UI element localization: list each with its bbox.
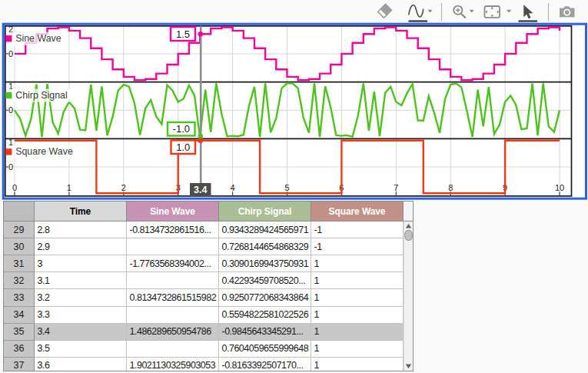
svg-text:4: 4 xyxy=(231,183,235,192)
svg-text:-1.0: -1.0 xyxy=(173,123,190,135)
svg-text:0: 0 xyxy=(8,162,13,172)
svg-text:0: 0 xyxy=(8,49,13,58)
svg-text:2: 2 xyxy=(121,183,126,192)
svg-text:8: 8 xyxy=(448,183,453,192)
svg-text:1.0: 1.0 xyxy=(176,142,190,153)
svg-text:7: 7 xyxy=(394,183,398,192)
svg-text:0: 0 xyxy=(12,183,17,192)
svg-text:5: 5 xyxy=(284,183,289,192)
svg-text:Chirp Signal: Chirp Signal xyxy=(15,90,68,101)
svg-text:10: 10 xyxy=(555,183,564,192)
svg-text:Square Wave: Square Wave xyxy=(15,146,73,157)
svg-text:0: 0 xyxy=(8,105,13,115)
svg-text:1.5: 1.5 xyxy=(176,28,190,40)
svg-text:3.4: 3.4 xyxy=(194,185,207,195)
svg-text:Sine Wave: Sine Wave xyxy=(15,33,61,44)
svg-text:1: 1 xyxy=(67,183,71,192)
